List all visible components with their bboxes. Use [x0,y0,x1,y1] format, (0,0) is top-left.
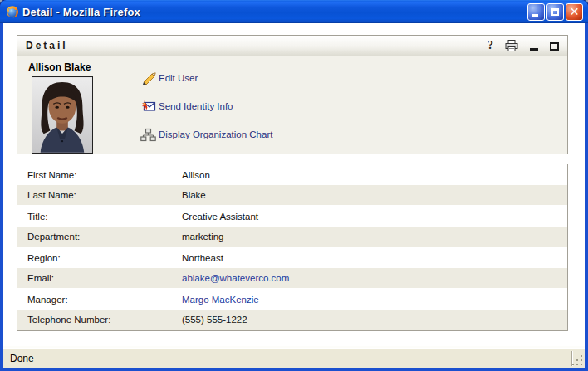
table-row: Manager: Margo MacKenzie [17,289,567,310]
field-label: First Name: [17,170,182,180]
panel-maximize-icon[interactable] [550,39,559,52]
maximize-icon [551,8,559,16]
minimize-icon [532,14,538,17]
window-title: Detail - Mozilla Firefox [22,6,527,18]
help-icon[interactable]: ? [488,39,493,52]
panel-toolbar: ? [488,39,559,52]
firefox-icon [6,5,19,18]
send-identity-info-label: Send Identity Info [159,101,233,111]
detail-panel-header: Detail ? [17,36,567,56]
display-org-chart-link[interactable]: Display Organization Chart [140,126,272,143]
field-value[interactable]: ablake@whateverco.com [182,273,289,283]
browser-window: Detail - Mozilla Firefox ✕ Detail ? [0,0,588,371]
field-label: Email: [17,273,182,283]
action-links: Edit User Send Identity Info [140,70,272,154]
display-org-chart-label: Display Organization Chart [159,129,272,139]
field-label: Department: [17,232,182,242]
table-row: Telephone Number: (555) 555-1222 [17,310,567,330]
panel-minimize-icon[interactable] [530,39,538,52]
field-value: Blake [182,190,206,200]
field-label: Title: [17,212,182,222]
table-row: Last Name: Blake [17,185,567,206]
profile-photo [32,76,93,154]
table-row: Department: marketing [17,227,567,247]
field-value: Creative Assistant [182,212,258,222]
field-label: Region: [17,253,182,263]
table-row: Email: ablake@whateverco.com [17,268,567,289]
field-value[interactable]: Margo MacKenzie [182,295,259,305]
edit-user-label: Edit User [159,73,198,83]
send-identity-info-link[interactable]: Send Identity Info [140,98,272,115]
pencil-icon [140,71,156,85]
table-row: First Name: Allison [17,164,567,185]
print-icon[interactable] [505,39,518,52]
attributes-table: First Name: Allison Last Name: Blake Tit… [17,164,568,331]
field-label: Last Name: [17,190,182,200]
profile-name: Allison Blake [28,61,91,73]
page-content: Detail ? Allison Bla [3,23,585,348]
send-mail-icon [140,99,156,114]
close-button[interactable]: ✕ [566,3,583,21]
close-icon: ✕ [570,6,580,17]
resize-grip-icon[interactable] [572,355,583,366]
profile-section: Allison Blake [17,56,567,154]
field-value: (555) 555-1222 [182,315,247,325]
table-row: Title: Creative Assistant [17,206,567,227]
edit-user-link[interactable]: Edit User [140,70,272,86]
status-text: Done [3,353,571,364]
field-label: Manager: [17,295,182,305]
field-value: Allison [182,170,210,180]
org-chart-icon [140,127,156,142]
detail-panel: Detail ? Allison Bla [17,35,568,154]
minimize-button[interactable] [527,3,545,21]
page-title: Detail [26,40,488,51]
titlebar[interactable]: Detail - Mozilla Firefox ✕ [0,0,588,23]
maximize-button[interactable] [546,3,564,21]
statusbar: Done [3,348,585,368]
field-value: marketing [182,232,224,242]
window-controls: ✕ [527,3,583,21]
table-row: Region: Northeast [17,247,567,268]
field-label: Telephone Number: [17,315,182,325]
field-value: Northeast [182,253,223,263]
